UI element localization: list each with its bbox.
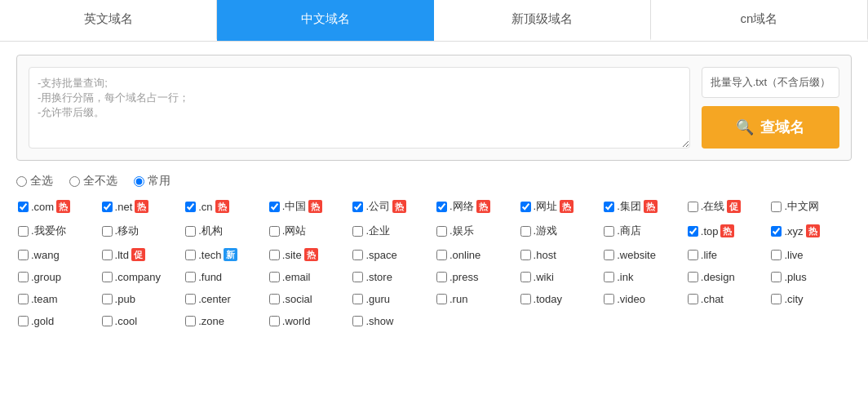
checkbox-wang[interactable] (18, 250, 29, 260)
checkbox-wiki[interactable] (520, 272, 531, 282)
domain-item[interactable]: .cool (100, 313, 183, 330)
common-radio[interactable] (134, 176, 144, 187)
checkbox-online[interactable] (436, 250, 447, 260)
checkbox-com[interactable] (18, 202, 29, 212)
domain-item[interactable]: .world (268, 313, 350, 330)
domain-item[interactable]: .online (435, 246, 517, 264)
checkbox-在线[interactable] (688, 202, 698, 212)
checkbox-video[interactable] (604, 294, 614, 304)
domain-item[interactable]: .run (435, 290, 517, 308)
checkbox-show[interactable] (352, 316, 363, 326)
domain-item[interactable]: .xyz热 (769, 221, 852, 241)
checkbox-city[interactable] (771, 294, 782, 304)
checkbox-site[interactable] (269, 250, 280, 260)
domain-item[interactable]: .guru (351, 290, 433, 308)
checkbox-top[interactable] (688, 226, 698, 237)
checkbox-ltd[interactable] (102, 250, 113, 260)
checkbox-zone[interactable] (185, 316, 196, 326)
domain-item[interactable]: .wang (16, 246, 99, 264)
domain-item[interactable]: .机构 (184, 221, 266, 241)
checkbox-我爱你[interactable] (18, 226, 29, 237)
checkbox-today[interactable] (520, 294, 531, 304)
domain-item[interactable]: .center (184, 290, 266, 308)
checkbox-cn[interactable] (185, 202, 196, 212)
domain-item[interactable]: .store (351, 268, 433, 286)
domain-item[interactable]: .host (519, 246, 601, 264)
domain-item[interactable]: .移动 (100, 221, 183, 241)
domain-item[interactable]: .ltd促 (100, 246, 183, 264)
checkbox-娱乐[interactable] (436, 226, 447, 237)
checkbox-cool[interactable] (102, 316, 113, 326)
checkbox-tech[interactable] (185, 250, 196, 260)
domain-item[interactable]: .site热 (268, 246, 350, 264)
domain-item[interactable]: .life (686, 246, 768, 264)
tab-en[interactable]: 英文域名 (0, 0, 217, 41)
deselect-all-radio[interactable] (69, 176, 80, 187)
checkbox-life[interactable] (688, 250, 698, 260)
checkbox-游戏[interactable] (520, 226, 531, 237)
import-txt-button[interactable]: 批量导入.txt（不含后缀） (702, 67, 839, 98)
checkbox-网址[interactable] (520, 202, 531, 212)
checkbox-chat[interactable] (688, 294, 698, 304)
checkbox-集团[interactable] (604, 202, 614, 212)
domain-item[interactable]: .商店 (602, 221, 684, 241)
domain-item[interactable]: .在线促 (686, 197, 768, 216)
select-all-radio[interactable] (16, 176, 27, 187)
checkbox-team[interactable] (18, 294, 29, 304)
tab-cn[interactable]: 中文域名 (217, 0, 433, 41)
domain-item[interactable]: .游戏 (519, 221, 601, 241)
domain-item[interactable]: .中国热 (268, 197, 350, 216)
checkbox-social[interactable] (269, 294, 280, 304)
tab-new-tld[interactable]: 新顶级域名 (434, 0, 651, 41)
domain-item[interactable]: .中文网 (769, 197, 852, 216)
checkbox-xyz[interactable] (771, 226, 782, 237)
checkbox-group[interactable] (18, 272, 29, 282)
domain-item[interactable]: .集团热 (602, 197, 684, 216)
domain-item[interactable]: .top热 (686, 221, 768, 241)
domain-item[interactable]: .zone (184, 313, 266, 330)
domain-item[interactable]: .公司热 (351, 197, 433, 216)
checkbox-商店[interactable] (604, 226, 614, 237)
domain-item[interactable]: .website (602, 246, 684, 264)
domain-item[interactable]: .video (602, 290, 684, 308)
domain-item[interactable]: .娱乐 (435, 221, 517, 241)
checkbox-pub[interactable] (102, 294, 113, 304)
domain-item[interactable]: .网址热 (519, 197, 601, 216)
checkbox-plus[interactable] (771, 272, 782, 282)
checkbox-移动[interactable] (102, 226, 113, 237)
domain-item[interactable]: .chat (686, 290, 768, 308)
checkbox-fund[interactable] (185, 272, 196, 282)
checkbox-ink[interactable] (604, 272, 614, 282)
checkbox-网站[interactable] (269, 226, 280, 237)
checkbox-space[interactable] (352, 250, 363, 260)
checkbox-公司[interactable] (352, 202, 363, 212)
domain-item[interactable]: .company (100, 268, 183, 286)
checkbox-网络[interactable] (436, 202, 447, 212)
checkbox-机构[interactable] (185, 226, 196, 237)
tab-cn-domain[interactable]: cn域名 (651, 0, 868, 41)
domain-item[interactable]: .net热 (100, 197, 183, 216)
deselect-all-option[interactable]: 全不选 (69, 174, 117, 188)
domain-item[interactable]: .fund (184, 268, 266, 286)
domain-item[interactable]: .group (16, 268, 99, 286)
domain-item[interactable]: .pub (100, 290, 183, 308)
domain-item[interactable]: .wiki (519, 268, 601, 286)
checkbox-design[interactable] (688, 272, 698, 282)
domain-item[interactable]: .social (268, 290, 350, 308)
checkbox-gold[interactable] (18, 316, 29, 326)
domain-item[interactable]: .我爱你 (16, 221, 99, 241)
domain-item[interactable]: .live (769, 246, 852, 264)
checkbox-host[interactable] (520, 250, 531, 260)
checkbox-company[interactable] (102, 272, 113, 282)
checkbox-center[interactable] (185, 294, 196, 304)
domain-item[interactable]: .cn热 (184, 197, 266, 216)
domain-item[interactable]: .网站 (268, 221, 350, 241)
domain-item[interactable]: .design (686, 268, 768, 286)
domain-item[interactable]: .space (351, 246, 433, 264)
checkbox-中国[interactable] (269, 202, 280, 212)
checkbox-website[interactable] (604, 250, 614, 260)
checkbox-live[interactable] (771, 250, 782, 260)
checkbox-world[interactable] (269, 316, 280, 326)
domain-item[interactable]: .city (769, 290, 852, 308)
checkbox-press[interactable] (436, 272, 447, 282)
